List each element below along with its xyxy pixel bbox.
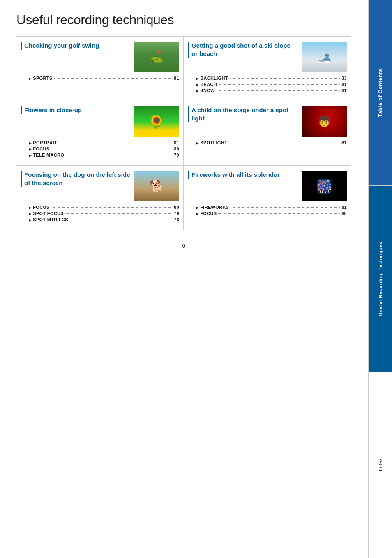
menu-item-dots — [65, 213, 172, 214]
menu-items-flower: PORTRAIT81FOCUS80TELE MACRO79 — [21, 140, 179, 157]
menu-items-dog: FOCUS80SPOT FOCUS79SPOT MTR/FCS78 — [21, 205, 179, 222]
menu-item-dots — [66, 155, 172, 155]
menu-item-sports[interactable]: SPORTS81 — [29, 76, 179, 81]
card-ski: Getting a good shot of a ski slope or be… — [184, 37, 351, 101]
menu-item-label: SNOW — [200, 88, 214, 93]
menu-item-dots — [51, 149, 172, 149]
menu-item-page: 80 — [341, 211, 347, 216]
menu-item-label: FOCUS — [33, 146, 49, 151]
menu-item-label: SPOTLIGHT — [200, 140, 227, 145]
menu-item-label: Backlight — [200, 76, 228, 81]
menu-item-page: 81 — [174, 140, 179, 145]
menu-item-page: 80 — [174, 146, 179, 151]
card-title-flower: Flowers in close-up — [21, 106, 131, 114]
menu-item-dots — [217, 90, 340, 91]
card-spotlight: A child on the stage under a spot lightS… — [184, 101, 351, 166]
menu-item-dots — [51, 207, 172, 208]
card-dog: Focusing on the dog on the left side of … — [16, 166, 184, 230]
card-header-flower: Flowers in close-up — [21, 106, 179, 137]
card-header-spotlight: A child on the stage under a spot light — [188, 106, 347, 137]
menu-item-label: SPORTS — [33, 76, 52, 81]
sidebar-urt-label: Useful Recording Techniques — [378, 241, 383, 316]
menu-item-page: 81 — [341, 205, 347, 210]
menu-item-page: 79 — [174, 211, 179, 216]
menu-items-fireworks: FIREWORKS81FOCUS80 — [188, 205, 347, 216]
menu-item-spot-mtr/fcs[interactable]: SPOT MTR/FCS78 — [29, 217, 179, 222]
sidebar-toc-label: Table of Contents — [378, 69, 383, 117]
menu-item-page: 79 — [174, 153, 179, 157]
card-title-spotlight: A child on the stage under a spot light — [188, 106, 298, 122]
menu-items-ski: Backlight33BEACH81SNOW81 — [188, 76, 347, 93]
card-flower: Flowers in close-upPORTRAIT81FOCUS80TELE… — [16, 101, 184, 166]
card-header-fireworks: Fireworks with all its splendor — [188, 171, 347, 201]
menu-item-dots — [70, 220, 172, 220]
menu-item-page: 81 — [174, 76, 179, 81]
card-image-dog — [134, 171, 179, 201]
page-title: Useful recording techniques — [16, 12, 351, 28]
card-body-ski: Backlight33BEACH81SNOW81 — [188, 76, 347, 93]
card-title-fireworks: Fireworks with all its splendor — [188, 171, 298, 179]
menu-item-snow[interactable]: SNOW81 — [196, 88, 347, 93]
menu-item-spotlight[interactable]: SPOTLIGHT81 — [196, 140, 347, 145]
menu-item-tele-macro[interactable]: TELE MACRO79 — [29, 153, 179, 157]
menu-item-page: 81 — [341, 82, 347, 87]
menu-item-label: PORTRAIT — [33, 140, 57, 145]
menu-item-label: TELE MACRO — [33, 153, 64, 157]
main-content: Useful recording techniques Checking you… — [0, 0, 367, 265]
card-header-golf: Checking your golf swing — [21, 42, 179, 72]
menu-item-focus[interactable]: FOCUS80 — [29, 205, 179, 210]
card-title-golf: Checking your golf swing — [21, 42, 131, 50]
sidebar: Table of Contents Useful Recording Techn… — [368, 0, 392, 558]
menu-item-dots — [59, 143, 172, 143]
card-image-spotlight — [302, 106, 347, 137]
card-fireworks: Fireworks with all its splendorFIREWORKS… — [184, 166, 351, 230]
card-body-fireworks: FIREWORKS81FOCUS80 — [188, 205, 347, 216]
card-title-dog: Focusing on the dog on the left side of … — [21, 171, 131, 187]
page-number: 6 — [16, 243, 351, 249]
card-image-flower — [134, 106, 179, 137]
card-image-golf — [134, 42, 179, 72]
menu-item-label: SPOT MTR/FCS — [33, 217, 68, 222]
card-body-flower: PORTRAIT81FOCUS80TELE MACRO79 — [21, 140, 179, 157]
menu-item-dots — [229, 143, 340, 143]
card-golf: Checking your golf swingSPORTS81 — [16, 37, 184, 101]
card-body-golf: SPORTS81 — [21, 76, 179, 81]
menu-item-page: 78 — [174, 217, 179, 222]
menu-item-dots — [218, 213, 340, 214]
card-image-ski — [302, 42, 347, 72]
menu-item-page: 81 — [341, 88, 347, 93]
menu-item-beach[interactable]: BEACH81 — [196, 82, 347, 87]
menu-item-label: BEACH — [200, 82, 217, 87]
menu-item-label: FIREWORKS — [200, 205, 229, 210]
menu-item-label: SPOT FOCUS — [33, 211, 64, 216]
menu-item-dots — [54, 78, 172, 79]
card-image-fireworks — [302, 171, 347, 201]
menu-item-page: 33 — [341, 76, 347, 81]
menu-item-spot-focus[interactable]: SPOT FOCUS79 — [29, 211, 179, 216]
card-body-spotlight: SPOTLIGHT81 — [188, 140, 347, 145]
menu-item-focus[interactable]: FOCUS80 — [196, 211, 347, 216]
sidebar-urt[interactable]: Useful Recording Techniques — [368, 186, 392, 372]
sidebar-index[interactable]: Index — [368, 372, 392, 558]
card-header-dog: Focusing on the dog on the left side of … — [21, 171, 179, 201]
card-header-ski: Getting a good shot of a ski slope or be… — [188, 42, 347, 72]
card-title-ski: Getting a good shot of a ski slope or be… — [188, 42, 298, 58]
menu-item-backlight[interactable]: Backlight33 — [196, 76, 347, 81]
menu-item-dots — [230, 78, 340, 79]
menu-items-spotlight: SPOTLIGHT81 — [188, 140, 347, 145]
menu-item-focus[interactable]: FOCUS80 — [29, 146, 179, 151]
menu-item-label: FOCUS — [33, 205, 49, 210]
menu-item-page: 80 — [174, 205, 179, 210]
sidebar-index-label: Index — [378, 458, 383, 471]
card-body-dog: FOCUS80SPOT FOCUS79SPOT MTR/FCS78 — [21, 205, 179, 222]
sidebar-toc[interactable]: Table of Contents — [368, 0, 392, 186]
menu-item-portrait[interactable]: PORTRAIT81 — [29, 140, 179, 145]
menu-items-golf: SPORTS81 — [21, 76, 179, 81]
menu-item-fireworks[interactable]: FIREWORKS81 — [196, 205, 347, 210]
cards-grid: Checking your golf swingSPORTS81Getting … — [16, 36, 351, 230]
menu-item-page: 81 — [341, 140, 347, 145]
menu-item-dots — [219, 84, 340, 85]
menu-item-label: FOCUS — [200, 211, 217, 216]
menu-item-dots — [231, 207, 340, 208]
